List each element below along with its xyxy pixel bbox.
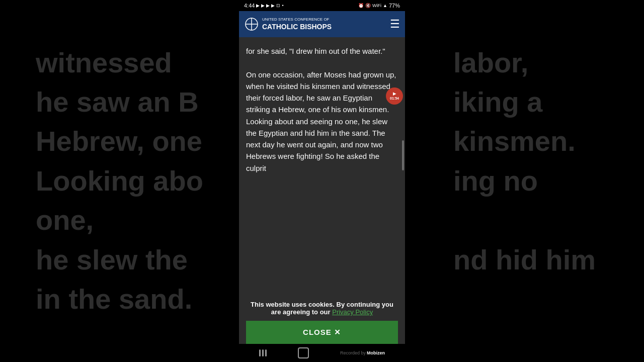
youtube-icon-2: ▶ bbox=[261, 3, 265, 8]
nav-bar: UNITED STATES CONFERENCE OF CATHOLIC BIS… bbox=[239, 11, 405, 37]
org-line1: UNITED STATES CONFERENCE OF bbox=[262, 17, 332, 22]
youtube-icon-4: ▶ bbox=[271, 3, 275, 8]
close-button[interactable]: CLOSE ✕ bbox=[246, 321, 398, 344]
signal-icon: ▲ bbox=[383, 3, 387, 8]
time-display: 4:44 bbox=[244, 3, 255, 9]
brand-text: Mobizen bbox=[367, 350, 385, 355]
timer-value: 01:54 bbox=[390, 97, 399, 101]
privacy-policy-link[interactable]: Privacy Policy bbox=[332, 308, 373, 316]
left-bg-text: witnessed he saw an B Hebrew, one Lookin… bbox=[26, 33, 213, 329]
hamburger-menu-button[interactable]: ☰ bbox=[390, 18, 400, 31]
bottom-controls bbox=[298, 347, 309, 358]
play-icon-small: ▶ bbox=[393, 92, 396, 97]
youtube-icon-3: ▶ bbox=[266, 3, 270, 8]
status-bar: 4:44 ▶ ▶ ▶ ▶ ⊡ • ⏰ 🔇 WiFi ▲ 77% bbox=[239, 0, 405, 11]
wifi-icon: WiFi bbox=[372, 3, 381, 8]
scrollbar[interactable] bbox=[402, 140, 404, 170]
right-bg-text: labor, iking a kinsmen. ing no nd hid hi… bbox=[443, 33, 606, 329]
youtube-icon-1: ▶ bbox=[256, 3, 260, 8]
battery-display: 77% bbox=[389, 3, 400, 9]
bottom-bar: Recorded by Mobizen bbox=[239, 344, 405, 362]
phone-frame: 4:44 ▶ ▶ ▶ ▶ ⊡ • ⏰ 🔇 WiFi ▲ 77% bbox=[239, 0, 405, 362]
usccb-logo-icon bbox=[244, 17, 259, 32]
cookie-message: This website uses cookies. By continuing… bbox=[246, 301, 398, 316]
status-bar-left: 4:44 ▶ ▶ ▶ ▶ ⊡ • bbox=[244, 3, 284, 9]
alarm-icon: ⏰ bbox=[358, 3, 364, 8]
mute-icon: 🔇 bbox=[365, 3, 371, 8]
recorded-by-label: Recorded by Mobizen bbox=[340, 350, 385, 355]
scripture-paragraph-2: On one occasion, after Moses had grown u… bbox=[246, 69, 398, 174]
nav-dots bbox=[259, 349, 267, 356]
org-name-text: UNITED STATES CONFERENCE OF CATHOLIC BIS… bbox=[262, 17, 332, 32]
cookie-banner: This website uses cookies. By continuing… bbox=[239, 295, 405, 344]
recorded-text: Recorded by bbox=[340, 350, 366, 355]
nav-indicator-3 bbox=[265, 349, 267, 356]
status-bar-right: ⏰ 🔇 WiFi ▲ 77% bbox=[358, 3, 400, 9]
scripture-content[interactable]: for she said, "I drew him out of the wat… bbox=[239, 37, 405, 295]
scripture-text: for she said, "I drew him out of the wat… bbox=[246, 45, 398, 174]
org-logo: UNITED STATES CONFERENCE OF CATHOLIC BIS… bbox=[244, 17, 332, 32]
dot-icon: • bbox=[282, 3, 283, 8]
org-line2: CATHOLIC BISHOPS bbox=[262, 22, 332, 31]
right-background-panel: labor, iking a kinsmen. ing no nd hid hi… bbox=[405, 0, 644, 362]
timer-badge: ▶ 01:54 bbox=[386, 87, 403, 105]
nav-indicator-2 bbox=[262, 349, 264, 356]
left-background-panel: witnessed he saw an B Hebrew, one Lookin… bbox=[0, 0, 239, 362]
cast-icon: ⊡ bbox=[276, 3, 280, 8]
nav-indicator-1 bbox=[259, 349, 261, 356]
home-button[interactable] bbox=[298, 347, 309, 358]
scripture-paragraph-1: for she said, "I drew him out of the wat… bbox=[246, 45, 398, 57]
